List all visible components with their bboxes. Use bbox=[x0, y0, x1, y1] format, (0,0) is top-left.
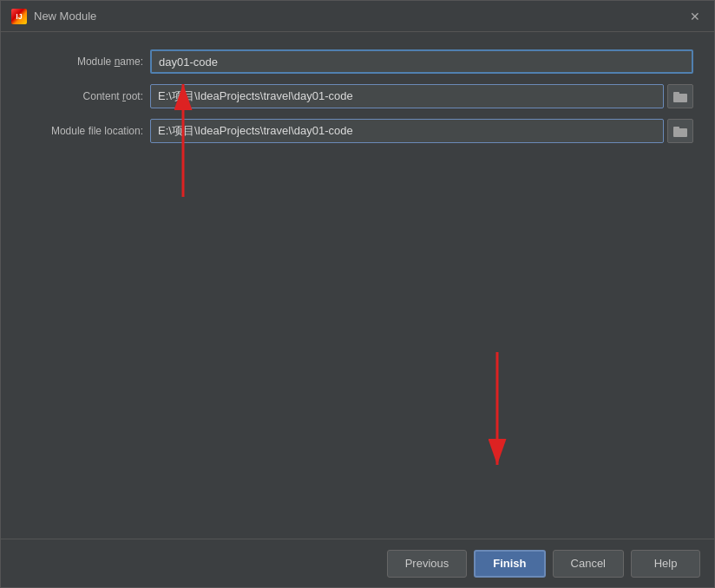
bottom-bar: Previous Finish Cancel Help bbox=[1, 539, 714, 587]
content-root-label: Content root: bbox=[22, 90, 143, 102]
folder-icon bbox=[673, 90, 687, 102]
app-logo: IJ bbox=[11, 9, 27, 24]
folder-icon-2 bbox=[673, 125, 687, 137]
cancel-button[interactable]: Cancel bbox=[553, 550, 624, 578]
module-file-location-container bbox=[150, 119, 693, 143]
content-root-browse-button[interactable] bbox=[667, 84, 693, 108]
previous-button[interactable]: Previous bbox=[387, 550, 468, 578]
new-module-dialog: IJ New Module ✕ Module name: Content roo… bbox=[0, 0, 715, 588]
content-root-container bbox=[150, 84, 693, 108]
finish-button[interactable]: Finish bbox=[474, 550, 545, 578]
svg-rect-3 bbox=[673, 127, 679, 129]
svg-rect-0 bbox=[673, 94, 687, 102]
help-button[interactable]: Help bbox=[631, 550, 700, 578]
close-button[interactable]: ✕ bbox=[686, 8, 704, 25]
content-root-input[interactable] bbox=[150, 84, 664, 108]
arrow-to-finish bbox=[454, 352, 541, 491]
dialog-title: New Module bbox=[34, 10, 686, 23]
content-root-row: Content root: bbox=[22, 84, 693, 108]
module-name-label: Module name: bbox=[22, 56, 143, 68]
module-file-location-input[interactable] bbox=[150, 119, 664, 143]
svg-rect-1 bbox=[673, 92, 679, 95]
module-name-input[interactable] bbox=[150, 49, 693, 74]
module-file-location-browse-button[interactable] bbox=[667, 119, 693, 143]
module-file-location-label: Module file location: bbox=[22, 125, 143, 137]
module-file-location-row: Module file location: bbox=[22, 119, 693, 143]
dialog-content: Module name: Content root: M bbox=[1, 32, 714, 539]
module-name-row: Module name: bbox=[22, 49, 693, 74]
svg-rect-2 bbox=[673, 128, 687, 137]
title-bar: IJ New Module ✕ bbox=[1, 1, 714, 32]
